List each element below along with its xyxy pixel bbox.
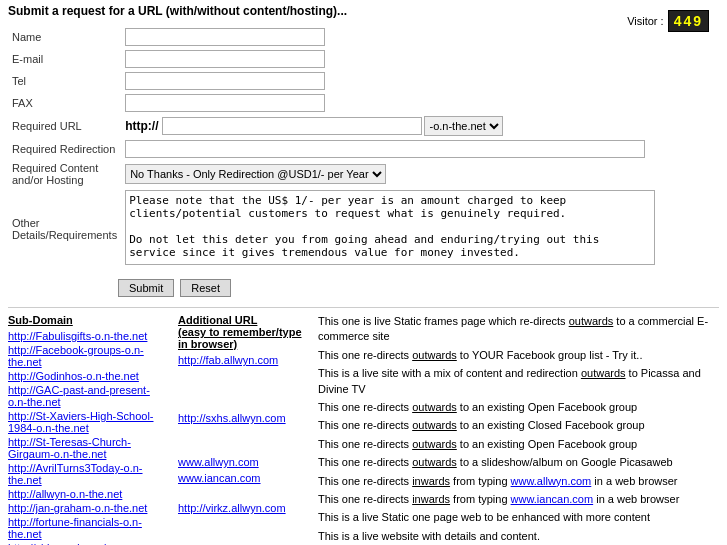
additional-url-link[interactable]: http://fab.allwyn.com	[178, 354, 308, 366]
empty-url-slot	[178, 442, 308, 456]
redirection-input[interactable]	[125, 140, 645, 158]
description-item: This one re-directs outwards to an exist…	[318, 418, 719, 433]
other-label: Other Details/Requirements	[8, 188, 121, 269]
fax-label: FAX	[8, 92, 121, 114]
tel-input[interactable]	[125, 72, 325, 90]
name-input[interactable]	[125, 28, 325, 46]
empty-url-slot	[178, 370, 308, 384]
subdomain-link[interactable]: http://fortune-financials-o.n-the.net	[8, 516, 168, 540]
subdomain-link[interactable]: http://allwyn-o.n-the.net	[8, 488, 168, 500]
subdomain-link[interactable]: http://jan-graham-o.n-the.net	[8, 502, 168, 514]
url-suffix-select[interactable]: -o.n-the.net	[424, 116, 503, 136]
hosting-select[interactable]: No Thanks - Only Redirection @USD1/- per…	[125, 164, 386, 184]
underline-word: inwards	[412, 475, 450, 487]
inline-link[interactable]: www.iancan.com	[511, 493, 594, 505]
divider	[8, 307, 719, 308]
underline-word: outwards	[412, 349, 457, 361]
description-item: This one re-directs inwards from typing …	[318, 474, 719, 489]
submit-button[interactable]: Submit	[118, 279, 174, 297]
additional-url-header: Additional URL (easy to remember/type in…	[178, 314, 308, 350]
subdomain-column: Sub-Domain http://Fabulisgifts-o.n-the.n…	[8, 314, 168, 545]
additional-url-column: Additional URL (easy to remember/type in…	[178, 314, 308, 545]
email-label: E-mail	[8, 48, 121, 70]
visitor-count: 449	[668, 10, 709, 32]
required-content-label: Required Content and/or Hosting	[8, 160, 121, 188]
empty-url-slot	[178, 518, 308, 532]
description-item: This one re-directs inwards from typing …	[318, 492, 719, 507]
page-title: Submit a request for a URL (with/without…	[8, 4, 719, 18]
empty-url-slot	[178, 398, 308, 412]
reset-button[interactable]: Reset	[180, 279, 231, 297]
empty-url-slot	[178, 428, 308, 442]
underline-word: outwards	[412, 401, 457, 413]
subdomain-link[interactable]: http://St-Xaviers-High-School-1984-o.n-t…	[8, 410, 168, 434]
required-url-label: Required URL	[8, 114, 121, 138]
underline-word: outwards	[412, 419, 457, 431]
inline-link[interactable]: www.allwyn.com	[511, 475, 592, 487]
other-textarea[interactable]: Please note that the US$ 1/- per year is…	[125, 190, 655, 265]
subdomain-link[interactable]: http://St-Teresas-Church-Girgaum-o.n-the…	[8, 436, 168, 460]
url-prefix: http://	[125, 119, 158, 133]
additional-url-link[interactable]: www.iancan.com	[178, 472, 308, 484]
additional-url-link[interactable]: http://sxhs.allwyn.com	[178, 412, 308, 424]
underline-word: inwards	[412, 493, 450, 505]
description-column: This one is live Static frames page whic…	[318, 314, 719, 545]
description-item: This one re-directs outwards to YOUR Fac…	[318, 348, 719, 363]
underline-word: outwards	[569, 315, 614, 327]
name-label: Name	[8, 26, 121, 48]
email-input[interactable]	[125, 50, 325, 68]
description-item: This is a live site with a mix of conten…	[318, 366, 719, 397]
description-item: This is a live website with details and …	[318, 529, 719, 544]
description-item: This one is live Static frames page whic…	[318, 314, 719, 345]
description-item: This one re-directs outwards to an exist…	[318, 437, 719, 452]
fax-input[interactable]	[125, 94, 325, 112]
empty-url-slot	[178, 488, 308, 502]
underline-word: outwards	[581, 367, 626, 379]
description-item: This is a live Static one page web to be…	[318, 510, 719, 525]
underline-word: outwards	[412, 438, 457, 450]
underline-word: outwards	[412, 456, 457, 468]
empty-url-slot	[178, 384, 308, 398]
url-main-input[interactable]	[162, 117, 422, 135]
additional-url-link[interactable]: www.allwyn.com	[178, 456, 308, 468]
subdomain-link[interactable]: http://Godinhos-o.n-the.net	[8, 370, 168, 382]
description-item: This one re-directs outwards to an exist…	[318, 400, 719, 415]
additional-url-link[interactable]: http://virkz.allwyn.com	[178, 502, 308, 514]
description-item: This one re-directs outwards to a slides…	[318, 455, 719, 470]
required-redirection-label: Required Redirection	[8, 138, 121, 160]
subdomain-link[interactable]: http://Facebook-groups-o.n-the.net	[8, 344, 168, 368]
subdomain-link[interactable]: http://GAC-past-and-present-o.n-the.net	[8, 384, 168, 408]
visitor-label: Visitor :	[627, 15, 663, 27]
subdomain-link[interactable]: http://AvrilTurns3Today-o.n-the.net	[8, 462, 168, 486]
subdomain-header: Sub-Domain	[8, 314, 168, 326]
tel-label: Tel	[8, 70, 121, 92]
subdomain-link[interactable]: http://Fabulisgifts-o.n-the.net	[8, 330, 168, 342]
